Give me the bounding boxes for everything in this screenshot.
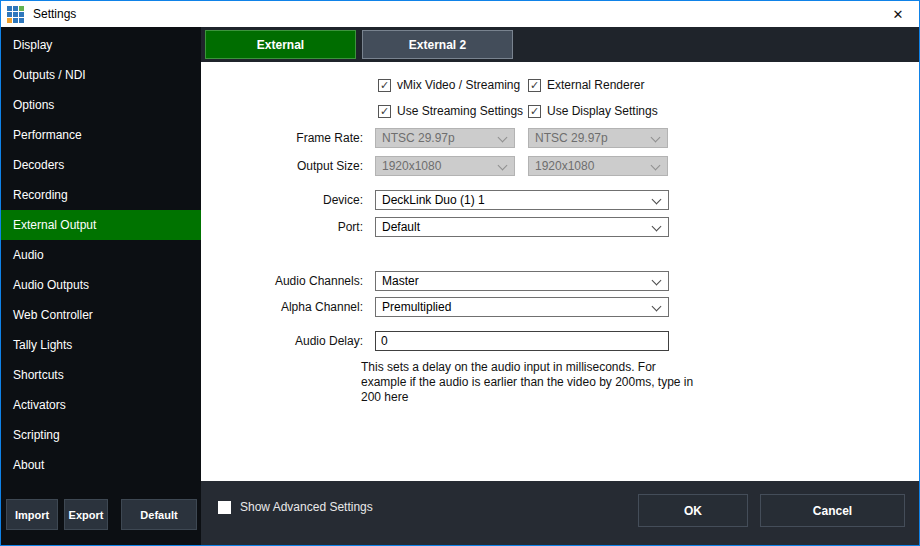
sidebar-item-display[interactable]: Display — [1, 30, 201, 60]
audio-channels-select[interactable]: Master — [375, 271, 669, 291]
chevron-down-icon — [651, 133, 661, 143]
sidebar-item-external-output[interactable]: External Output — [1, 210, 201, 240]
chevron-down-icon — [652, 195, 662, 205]
dialog-footer: Show Advanced Settings OK Cancel — [201, 481, 919, 545]
use-streaming-settings-checkbox[interactable] — [378, 105, 391, 118]
output-size-value-2: 1920x1080 — [535, 159, 594, 173]
sidebar: Display Outputs / NDI Options Performanc… — [1, 27, 201, 545]
chevron-down-icon — [651, 161, 661, 171]
output-size-select-2: 1920x1080 — [528, 156, 668, 176]
external-renderer-checkbox[interactable] — [528, 79, 541, 92]
tab-external-2[interactable]: External 2 — [362, 30, 513, 59]
sidebar-item-recording[interactable]: Recording — [1, 180, 201, 210]
device-select[interactable]: DeckLink Duo (1) 1 — [375, 190, 669, 210]
sidebar-item-audio-outputs[interactable]: Audio Outputs — [1, 270, 201, 300]
use-streaming-settings-row: Use Streaming Settings — [378, 104, 523, 118]
sidebar-item-decoders[interactable]: Decoders — [1, 150, 201, 180]
export-button[interactable]: Export — [64, 499, 108, 530]
chevron-down-icon — [652, 302, 662, 312]
alpha-channel-select[interactable]: Premultiplied — [375, 297, 669, 317]
vmix-video-streaming-row: vMix Video / Streaming — [378, 78, 520, 92]
use-display-settings-checkbox[interactable] — [528, 105, 541, 118]
device-label: Device: — [201, 193, 363, 207]
sidebar-item-shortcuts[interactable]: Shortcuts — [1, 360, 201, 390]
sidebar-item-performance[interactable]: Performance — [1, 120, 201, 150]
frame-rate-value-1: NTSC 29.97p — [382, 131, 455, 145]
device-value: DeckLink Duo (1) 1 — [382, 193, 485, 207]
tab-external[interactable]: External — [205, 30, 356, 59]
vmix-video-streaming-label: vMix Video / Streaming — [397, 78, 520, 92]
sidebar-item-outputs-ndi[interactable]: Outputs / NDI — [1, 60, 201, 90]
frame-rate-select-2: NTSC 29.97p — [528, 128, 668, 148]
port-value: Default — [382, 220, 420, 234]
close-icon[interactable]: ✕ — [877, 1, 919, 27]
show-advanced-settings-label: Show Advanced Settings — [240, 500, 373, 514]
frame-rate-select-1: NTSC 29.97p — [375, 128, 515, 148]
sidebar-item-audio[interactable]: Audio — [1, 240, 201, 270]
use-display-settings-label: Use Display Settings — [547, 104, 658, 118]
vmix-video-streaming-checkbox[interactable] — [378, 79, 391, 92]
output-size-value-1: 1920x1080 — [382, 159, 441, 173]
window-title: Settings — [33, 7, 76, 21]
alpha-channel-label: Alpha Channel: — [201, 300, 363, 314]
show-advanced-settings-checkbox[interactable] — [218, 501, 231, 514]
settings-window: Settings ✕ Display Outputs / NDI Options… — [0, 0, 920, 546]
port-label: Port: — [201, 220, 363, 234]
frame-rate-label: Frame Rate: — [201, 131, 363, 145]
sidebar-item-tally-lights[interactable]: Tally Lights — [1, 330, 201, 360]
import-button[interactable]: Import — [6, 499, 58, 530]
vmix-app-icon — [7, 6, 24, 23]
default-button[interactable]: Default — [121, 499, 197, 530]
external-output-panel: vMix Video / Streaming External Renderer… — [201, 62, 919, 481]
use-display-settings-row: Use Display Settings — [528, 104, 658, 118]
titlebar: Settings ✕ — [1, 1, 919, 27]
tab-bar: External External 2 — [201, 27, 919, 62]
output-size-label: Output Size: — [201, 159, 363, 173]
audio-delay-help-text: This sets a delay on the audio input in … — [361, 360, 695, 405]
external-renderer-label: External Renderer — [547, 78, 644, 92]
cancel-button[interactable]: Cancel — [760, 494, 905, 527]
chevron-down-icon — [498, 161, 508, 171]
chevron-down-icon — [652, 276, 662, 286]
chevron-down-icon — [498, 133, 508, 143]
external-renderer-row: External Renderer — [528, 78, 644, 92]
sidebar-footer-buttons: Import Export Default — [6, 499, 197, 530]
sidebar-item-scripting[interactable]: Scripting — [1, 420, 201, 450]
audio-channels-label: Audio Channels: — [201, 274, 363, 288]
frame-rate-value-2: NTSC 29.97p — [535, 131, 608, 145]
alpha-channel-value: Premultiplied — [382, 300, 451, 314]
ok-button[interactable]: OK — [638, 494, 748, 527]
audio-delay-input[interactable] — [375, 331, 669, 351]
sidebar-item-activators[interactable]: Activators — [1, 390, 201, 420]
use-streaming-settings-label: Use Streaming Settings — [397, 104, 523, 118]
port-select[interactable]: Default — [375, 217, 669, 237]
sidebar-item-web-controller[interactable]: Web Controller — [1, 300, 201, 330]
show-advanced-settings-row: Show Advanced Settings — [218, 500, 373, 514]
audio-delay-label: Audio Delay: — [201, 334, 363, 348]
audio-channels-value: Master — [382, 274, 419, 288]
sidebar-item-options[interactable]: Options — [1, 90, 201, 120]
output-size-select-1: 1920x1080 — [375, 156, 515, 176]
chevron-down-icon — [652, 222, 662, 232]
sidebar-item-about[interactable]: About — [1, 450, 201, 480]
